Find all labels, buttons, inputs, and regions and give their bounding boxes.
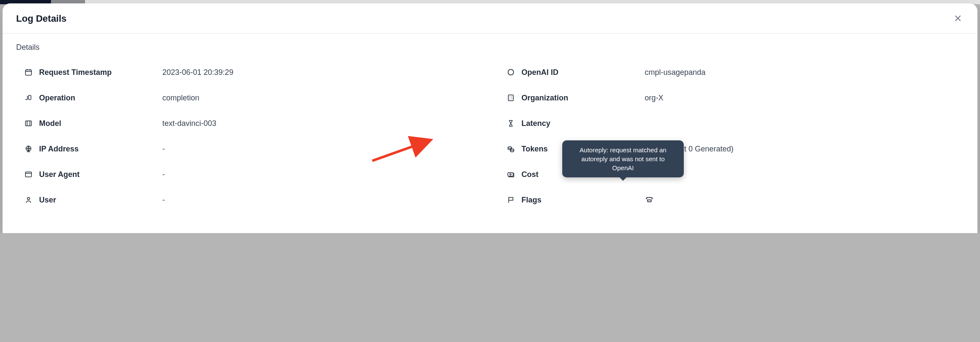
ip-address-label: IP Address <box>39 145 162 154</box>
flags-value <box>645 194 654 206</box>
row-model: Model text-davinci-003 <box>16 111 482 136</box>
close-button[interactable] <box>952 13 964 25</box>
svg-rect-6 <box>508 95 513 100</box>
model-icon <box>24 119 33 128</box>
row-user: User - <box>16 187 482 213</box>
model-label: Model <box>39 119 162 128</box>
row-openai-id: OpenAI ID cmpl-usagepanda <box>498 60 964 85</box>
operation-icon <box>24 93 33 103</box>
browser-icon <box>24 170 33 179</box>
section-title: Details <box>16 43 964 52</box>
svg-rect-4 <box>25 172 31 177</box>
row-request-timestamp: Request Timestamp 2023-06-01 20:39:29 <box>16 60 482 85</box>
badge-icon <box>506 68 515 77</box>
row-ip-address: IP Address - <box>16 136 482 162</box>
svg-rect-11 <box>647 200 651 202</box>
hourglass-icon <box>506 119 515 128</box>
autoreply-tooltip: Autoreply: request matched an autoreply … <box>562 140 684 177</box>
row-flags: Flags <box>498 187 964 213</box>
svg-point-10 <box>510 174 511 175</box>
model-value: text-davinci-003 <box>162 119 216 128</box>
latency-label: Latency <box>521 119 645 128</box>
svg-rect-0 <box>25 70 31 75</box>
svg-rect-2 <box>25 121 31 126</box>
organization-value: org-X <box>645 94 663 103</box>
operation-label: Operation <box>39 94 162 103</box>
autoreply-flag-icon[interactable] <box>645 194 654 204</box>
building-icon <box>506 93 515 103</box>
calendar-icon <box>24 68 33 77</box>
row-operation: Operation completion <box>16 85 482 111</box>
svg-rect-9 <box>508 173 513 176</box>
row-latency: Latency <box>498 111 964 136</box>
flag-icon <box>506 195 515 205</box>
panel-header: Log Details <box>3 3 977 34</box>
cash-icon <box>506 170 515 179</box>
row-user-agent: User Agent - <box>16 162 482 187</box>
request-timestamp-value: 2023-06-01 20:39:29 <box>162 68 233 77</box>
ip-address-value: - <box>162 145 165 154</box>
user-value: - <box>162 196 165 205</box>
details-left-column: Request Timestamp 2023-06-01 20:39:29 Op… <box>16 60 482 213</box>
user-agent-label: User Agent <box>39 170 162 179</box>
organization-label: Organization <box>521 94 645 103</box>
openai-id-value: cmpl-usagepanda <box>645 68 705 77</box>
user-agent-value: - <box>162 170 165 179</box>
svg-rect-1 <box>28 95 31 100</box>
openai-id-label: OpenAI ID <box>521 68 645 77</box>
details-right-column: OpenAI ID cmpl-usagepanda Organization o… <box>498 60 964 213</box>
row-organization: Organization org-X <box>498 85 964 111</box>
operation-value: completion <box>162 94 199 103</box>
panel-title: Log Details <box>16 13 67 24</box>
user-icon <box>24 195 33 205</box>
tooltip-text: Autoreply: request matched an autoreply … <box>580 146 666 171</box>
flags-label: Flags <box>521 196 645 205</box>
svg-point-5 <box>27 197 29 200</box>
svg-point-7 <box>508 147 511 148</box>
user-label: User <box>39 196 162 205</box>
log-details-panel: Log Details Details Request Timestamp 20… <box>3 3 977 233</box>
globe-icon <box>24 144 33 154</box>
request-timestamp-label: Request Timestamp <box>39 68 162 77</box>
coins-icon <box>506 144 515 154</box>
close-icon <box>953 14 963 24</box>
details-section: Details Request Timestamp 2023-06-01 20:… <box>3 34 977 217</box>
